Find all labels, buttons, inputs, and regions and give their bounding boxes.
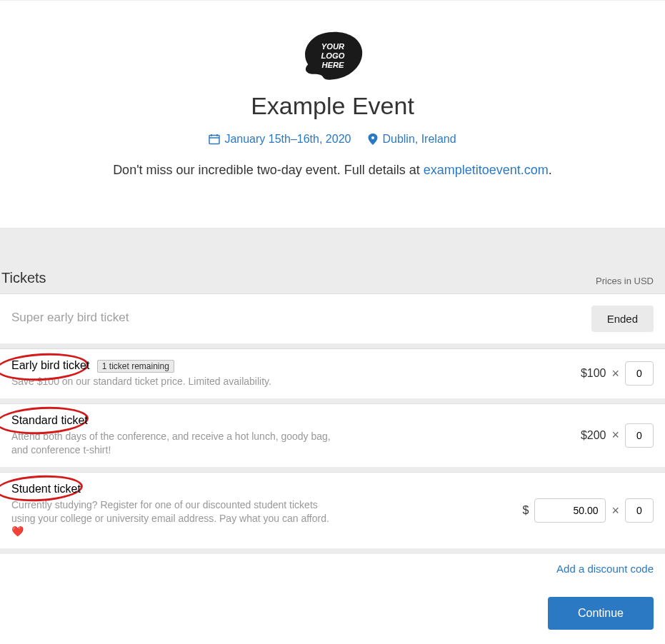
calendar-icon: [209, 134, 220, 145]
event-location-text: Dublin, Ireland: [382, 133, 456, 146]
event-desc-link[interactable]: exampletitoevent.com: [424, 163, 549, 177]
ticket-name-student: Student ticket: [11, 483, 81, 495]
svg-text:LOGO: LOGO: [321, 51, 344, 60]
ticket-row-standard: Standard ticket Attend both days of the …: [0, 403, 665, 468]
event-hero: YOUR LOGO HERE Example Event January 15t…: [0, 0, 665, 228]
qty-input-early-bird[interactable]: [625, 361, 654, 386]
discount-row: Add a discount code: [0, 553, 665, 584]
price-input-student[interactable]: [534, 498, 606, 523]
ticket-row-early-bird: Early bird ticket 1 ticket remaining Sav…: [0, 348, 665, 399]
ticket-name-super-early: Super early bird ticket: [11, 311, 129, 325]
qty-input-student[interactable]: [625, 498, 654, 523]
ticket-name-early-bird: Early bird ticket: [11, 359, 89, 372]
event-location: Dublin, Ireland: [368, 133, 456, 146]
ticket-row-student: Student ticket Currently studying? Regis…: [0, 472, 665, 550]
event-desc-suffix: .: [549, 163, 552, 177]
tickets-heading: Tickets: [1, 270, 46, 286]
event-date: January 15th–16th, 2020: [209, 133, 351, 146]
event-desc-prefix: Don't miss our incredible two-day event.…: [113, 163, 424, 177]
ticket-desc-student: Currently studying? Register for one of …: [11, 498, 340, 539]
location-icon: [368, 134, 378, 145]
add-discount-link[interactable]: Add a discount code: [556, 563, 654, 575]
event-title: Example Event: [14, 92, 651, 120]
tickets-section: Tickets Prices in USD Super early bird t…: [0, 228, 665, 643]
ticket-desc-standard: Attend both days of the conference, and …: [11, 430, 340, 457]
ticket-price-standard: $200: [581, 429, 606, 442]
ended-button: Ended: [591, 306, 654, 332]
qty-input-standard[interactable]: [625, 423, 654, 448]
times-icon: ×: [611, 503, 619, 518]
times-icon: ×: [611, 428, 619, 443]
times-icon: ×: [611, 366, 619, 381]
svg-text:HERE: HERE: [321, 61, 344, 69]
tickets-remaining-badge: 1 ticket remaining: [97, 360, 174, 373]
event-description: Don't miss our incredible two-day event.…: [14, 163, 651, 178]
svg-text:YOUR: YOUR: [321, 42, 344, 51]
tickets-header: Tickets Prices in USD: [0, 270, 665, 293]
continue-button[interactable]: Continue: [548, 597, 654, 630]
currency-note: Prices in USD: [596, 276, 654, 286]
ticket-desc-early-bird: Save $100 on our standard ticket price. …: [11, 375, 340, 388]
ticket-row-super-early: Super early bird ticket Ended: [0, 293, 665, 344]
ticket-price-early-bird: $100: [581, 367, 606, 380]
ticket-name-standard: Standard ticket: [11, 414, 88, 427]
currency-symbol: $: [523, 504, 529, 517]
event-meta: January 15th–16th, 2020 Dublin, Ireland: [14, 133, 651, 146]
continue-row: Continue: [0, 584, 665, 643]
svg-rect-3: [209, 136, 219, 144]
logo-placeholder: YOUR LOGO HERE: [299, 28, 367, 85]
event-date-text: January 15th–16th, 2020: [224, 133, 351, 146]
